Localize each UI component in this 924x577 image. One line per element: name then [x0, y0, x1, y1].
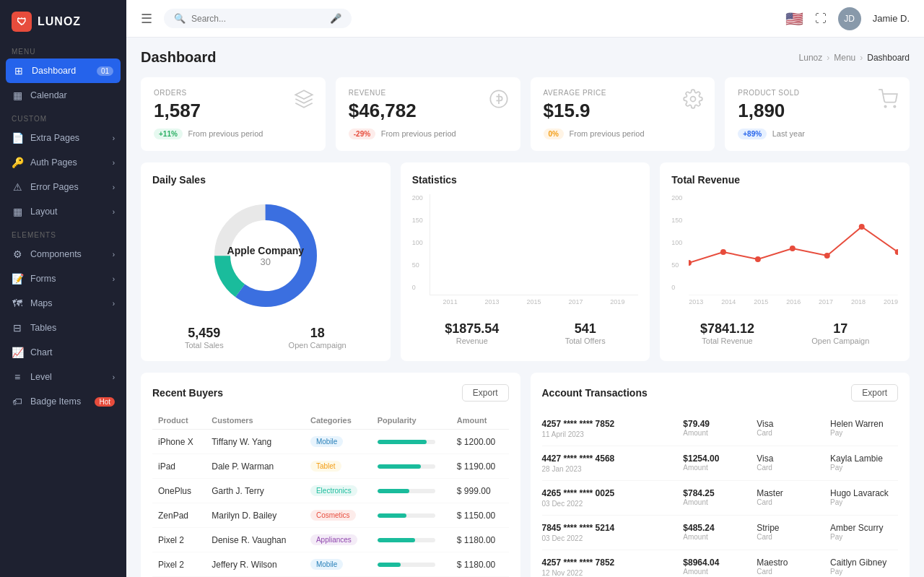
sold-value: 1,890 — [738, 100, 897, 122]
tx-method-col: Maestro Card — [757, 558, 824, 576]
account-transactions-card: Account Transactions Export 4257 **** **… — [531, 373, 910, 577]
revenue-from: From previous period — [381, 129, 456, 138]
product-cell: Pixel 2 — [152, 528, 206, 552]
badge-items-badge: Hot — [95, 397, 115, 407]
sidebar-item-tables[interactable]: ⊟ Tables — [0, 316, 126, 340]
tx-amount-label: Amount — [683, 568, 751, 576]
orders-label: ORDERS — [154, 89, 313, 97]
tx-name: Kayla Lambie — [830, 454, 898, 464]
category-badge: Mobile — [310, 559, 343, 570]
sidebar-item-level[interactable]: ≡ Level › — [0, 365, 126, 389]
popularity-cell — [372, 430, 451, 454]
popularity-cell — [372, 454, 451, 479]
custom-label: Custom — [0, 108, 126, 126]
sidebar-item-forms[interactable]: 📝 Forms › — [0, 266, 126, 291]
chevron-right-icon: › — [113, 251, 115, 259]
category-cell: Appliances — [305, 528, 372, 552]
company-num: 30 — [227, 256, 305, 267]
tx-account: 4257 **** **** 7852 — [542, 558, 678, 568]
tx-name-col: Amber Scurry Pay — [830, 523, 898, 541]
daily-sales-title: Daily Sales — [152, 174, 379, 186]
popularity-fill — [378, 538, 415, 542]
sidebar-item-extra-pages[interactable]: 📄 Extra Pages › — [0, 126, 126, 150]
export-buyers-button[interactable]: Export — [462, 384, 509, 402]
statistics-revenue-label: Revenue — [445, 337, 499, 345]
revenue-footer: $7841.12 Total Revenue 17 Open Campaign — [671, 313, 898, 345]
export-transactions-button[interactable]: Export — [851, 384, 898, 402]
search-input[interactable] — [191, 14, 324, 24]
account-transactions-header: Account Transactions Export — [542, 384, 899, 402]
sidebar-item-label: Auth Pages — [30, 157, 77, 168]
breadcrumb-menu: Menu — [834, 53, 855, 63]
tx-amount: $784.25 — [683, 488, 751, 498]
home-icon: ⊞ — [13, 65, 25, 77]
category-cell: Tablet — [305, 454, 372, 479]
page-title: Dashboard — [141, 49, 216, 66]
tx-amount: $485.24 — [683, 523, 751, 533]
customer-cell: Tiffany W. Yang — [206, 430, 305, 454]
product-cell: ZenPad — [152, 503, 206, 528]
chevron-right-icon: › — [113, 208, 115, 216]
table-icon: ⊟ — [12, 322, 23, 334]
product-cell: iPad — [152, 454, 206, 479]
sidebar-item-chart[interactable]: 📈 Chart — [0, 340, 126, 365]
popularity-fill — [378, 513, 406, 518]
col-categories: Categories — [305, 412, 372, 430]
tx-amount-label: Amount — [683, 464, 751, 472]
tx-method-col: Visa Card — [757, 454, 824, 472]
tx-name-label: Pay — [830, 533, 898, 541]
tx-account: 7845 **** **** 5214 — [542, 523, 678, 533]
transaction-row: 4265 **** **** 0025 03 Dec 2022 $784.25 … — [542, 481, 899, 516]
sidebar-item-dashboard[interactable]: ⊞ Dashboard 01 — [6, 58, 121, 83]
svg-point-4 — [884, 105, 886, 107]
revenue-open-campaign-label: Open Campaign — [811, 337, 869, 345]
amount-cell: $ 1200.00 — [451, 430, 509, 454]
sidebar-item-components[interactable]: ⚙ Components › — [0, 242, 126, 266]
customer-cell: Marilyn D. Bailey — [206, 503, 305, 528]
amount-cell: $ 1190.00 — [451, 454, 509, 479]
table-row: OnePlus Garth J. Terry Electronics $ 999… — [152, 479, 509, 503]
tx-name-col: Helen Warren Pay — [830, 419, 898, 437]
tx-date: 11 April 2023 — [542, 430, 678, 438]
tx-method: Stripe — [757, 523, 824, 533]
sidebar-item-calendar[interactable]: ▦ Calendar — [0, 83, 126, 108]
tx-method-label: Card — [757, 533, 824, 541]
statistics-footer: $1875.54 Revenue 541 Total Offers — [412, 313, 639, 345]
tx-name: Amber Scurry — [830, 523, 898, 533]
tx-amount-col: $79.49 Amount — [683, 419, 751, 437]
search-box[interactable]: 🔍 🎤 — [164, 9, 352, 28]
tx-method: Maestro — [757, 558, 824, 568]
sidebar-item-label: Badge Items — [30, 396, 81, 407]
elements-label: Elements — [0, 224, 126, 242]
popularity-bar — [378, 563, 435, 567]
tx-account: 4265 **** **** 0025 — [542, 488, 678, 498]
popularity-cell — [372, 503, 451, 528]
col-customers: Customers — [206, 412, 305, 430]
dashboard-badge: 01 — [97, 66, 113, 76]
popularity-fill — [378, 464, 421, 469]
stat-card-product-sold: PRODUCT SOLD 1,890 +89% Last year — [725, 77, 910, 151]
tx-account: 4427 **** **** 4568 — [542, 454, 678, 464]
breadcrumb-current: Dashboard — [867, 53, 910, 63]
hamburger-icon[interactable]: ☰ — [141, 11, 152, 27]
expand-icon[interactable]: ⛶ — [815, 12, 827, 25]
form-icon: 📝 — [12, 273, 23, 285]
sidebar-item-label: Dashboard — [32, 66, 76, 76]
total-revenue-value: $7841.12 — [700, 321, 754, 337]
sidebar-item-label: Extra Pages — [30, 133, 79, 143]
svg-marker-0 — [295, 90, 312, 99]
stat-cards: ORDERS 1,587 +11% From previous period R… — [141, 77, 910, 151]
layers-icon — [294, 89, 314, 113]
statistics-offers: 541 Total Offers — [565, 321, 606, 345]
badge-icon: 🏷 — [12, 396, 23, 407]
sold-badge: +89% — [738, 129, 767, 139]
sidebar-item-layout[interactable]: ▦ Layout › — [0, 199, 126, 224]
tx-name: Caitlyn Gibney — [830, 558, 898, 568]
sidebar-item-maps[interactable]: 🗺 Maps › — [0, 291, 126, 316]
sidebar-item-error-pages[interactable]: ⚠ Error Pages › — [0, 175, 126, 199]
sidebar-item-label: Calendar — [30, 90, 67, 100]
sidebar-item-auth-pages[interactable]: 🔑 Auth Pages › — [0, 150, 126, 175]
open-campaign: 18 Open Campaign — [289, 326, 346, 350]
tx-name-label: Pay — [830, 498, 898, 506]
sidebar-item-badge-items[interactable]: 🏷 Badge Items Hot — [0, 389, 126, 414]
